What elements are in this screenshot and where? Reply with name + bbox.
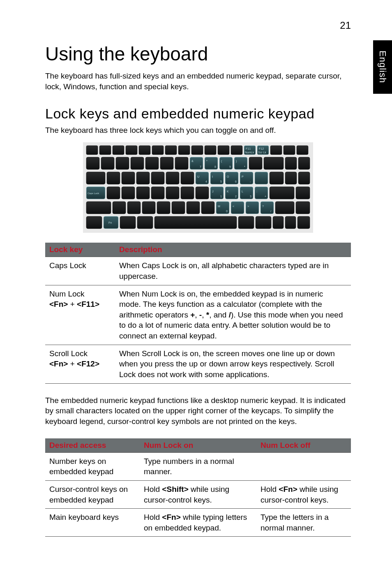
table-header: Desired access [45, 438, 140, 453]
svg-rect-4 [126, 146, 137, 155]
intro-paragraph: The keyboard has full-sized keys and an … [45, 71, 351, 92]
svg-rect-24 [264, 157, 284, 169]
svg-text:4: 4 [205, 180, 207, 183]
svg-rect-25 [285, 157, 297, 169]
svg-text:8: 8 [214, 165, 216, 168]
svg-rect-8 [178, 146, 190, 155]
numlock-on-cell: Hold <Fn> while typing letters on embedd… [140, 509, 256, 537]
table-row: Cursor-control keys on embedded keypad H… [45, 480, 351, 508]
language-tab: English [373, 40, 392, 94]
section-lead: The keyboard has three lock keys which y… [45, 126, 351, 135]
svg-rect-57 [120, 216, 136, 229]
table-row: Main keyboard keys Hold <Fn> while typin… [45, 509, 351, 537]
access-cell: Number keys on embedded keypad [45, 452, 140, 480]
svg-text:I: I [212, 175, 213, 178]
svg-text:1: 1 [220, 195, 222, 198]
svg-text:5: 5 [220, 180, 222, 183]
svg-text:9: 9 [229, 165, 231, 168]
svg-text:>: > [247, 205, 249, 208]
svg-text:K: K [227, 190, 229, 193]
description-cell: When Caps Lock is on, all alphabetic cha… [115, 257, 351, 285]
svg-rect-34 [270, 172, 284, 184]
keyboard-image: F11NumLk F12Scr Lk &7 *8 (9 )* U4 I5 O6 … [83, 142, 313, 233]
svg-text:+: + [265, 195, 266, 198]
svg-rect-2 [99, 146, 111, 155]
svg-rect-83 [246, 202, 259, 214]
access-cell: Main keyboard keys [45, 509, 140, 537]
section-heading: Lock keys and embedded numeric keypad [45, 106, 351, 122]
svg-rect-51 [172, 202, 185, 214]
lock-key-cell: Num Lock <Fn> + <F11> [45, 285, 115, 345]
svg-rect-58 [137, 216, 153, 229]
svg-rect-10 [205, 146, 216, 155]
svg-rect-61 [256, 216, 271, 229]
svg-text:*: * [206, 160, 208, 162]
svg-rect-70 [234, 157, 247, 169]
svg-rect-14 [284, 146, 295, 155]
svg-rect-30 [136, 172, 150, 184]
svg-rect-31 [151, 172, 164, 184]
lock-key-cell: Caps Lock [45, 257, 115, 285]
svg-rect-6 [152, 146, 164, 155]
svg-text:.: . [256, 210, 256, 213]
svg-rect-46 [86, 202, 111, 214]
svg-rect-63 [285, 216, 296, 229]
svg-text:P: P [242, 175, 244, 178]
svg-rect-15 [297, 146, 308, 155]
svg-rect-28 [107, 172, 120, 184]
table-row: Scroll Lock <Fn> + <F12> When Scroll Loc… [45, 345, 351, 383]
table-header: Num Lock on [140, 438, 256, 453]
svg-rect-50 [157, 202, 170, 214]
svg-rect-26 [298, 157, 310, 169]
svg-text:?: ? [262, 205, 264, 208]
svg-rect-64 [297, 216, 310, 229]
svg-text:F12: F12 [259, 147, 264, 150]
svg-rect-59 [154, 216, 237, 229]
svg-rect-40 [151, 187, 164, 199]
svg-text:Caps Lock: Caps Lock [88, 192, 99, 195]
table-row: Number keys on embedded keypad Type numb… [45, 452, 351, 480]
svg-rect-9 [191, 146, 203, 155]
svg-rect-49 [142, 202, 155, 214]
page-content: 21 Using the keyboard The keyboard has f… [0, 0, 392, 563]
table-row: Num Lock <Fn> + <F11> When Num Lock is o… [45, 285, 351, 345]
lock-keys-table: Lock key Description Caps Lock When Caps… [45, 243, 351, 383]
numlock-off-cell: Type the letters in a normal manner. [256, 509, 351, 537]
table-header: Description [115, 243, 351, 257]
svg-text:/: / [270, 210, 271, 213]
svg-rect-38 [122, 187, 135, 199]
svg-text:0: 0 [226, 210, 228, 213]
svg-rect-33 [181, 172, 194, 184]
svg-rect-27 [86, 172, 105, 184]
svg-text:7: 7 [200, 165, 201, 168]
svg-rect-45 [296, 187, 310, 199]
svg-text:&: & [191, 160, 194, 162]
svg-rect-35 [285, 172, 297, 184]
svg-text:NumLk: NumLk [245, 151, 254, 154]
table-header: Lock key [45, 243, 115, 257]
svg-rect-44 [270, 187, 294, 199]
numlock-on-cell: Type numbers in a normal manner. [140, 452, 256, 480]
svg-rect-21 [160, 157, 173, 169]
svg-rect-23 [249, 157, 262, 169]
svg-text:J: J [212, 190, 214, 193]
svg-rect-19 [131, 157, 144, 169]
svg-text:): ) [236, 160, 237, 163]
description-cell: When Num Lock is on, the embedded keypad… [115, 285, 351, 345]
svg-rect-52 [187, 202, 200, 214]
svg-rect-7 [165, 146, 177, 155]
svg-rect-48 [127, 202, 141, 214]
svg-text:Scr Lk: Scr Lk [258, 151, 266, 154]
svg-rect-32 [166, 172, 179, 184]
svg-rect-84 [261, 202, 274, 214]
svg-rect-12 [231, 146, 242, 155]
svg-rect-22 [175, 157, 188, 169]
description-cell: When Scroll Lock is on, the screen moves… [115, 345, 351, 383]
svg-text:2: 2 [235, 195, 237, 198]
page-number: 21 [45, 20, 351, 31]
svg-text:Fn: Fn [108, 221, 112, 224]
svg-text:L: L [242, 190, 243, 193]
lock-key-cell: Scroll Lock <Fn> + <F12> [45, 345, 115, 383]
svg-rect-62 [273, 216, 284, 229]
svg-rect-13 [270, 146, 282, 155]
